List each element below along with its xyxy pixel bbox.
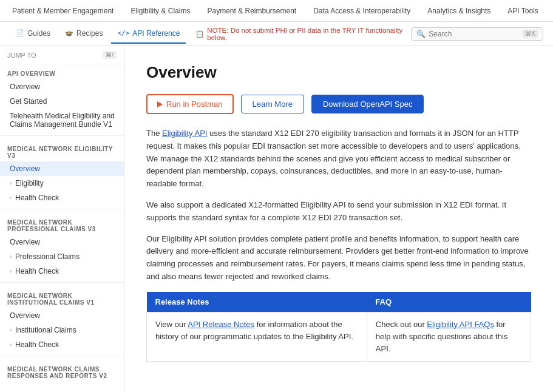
page-layout: JUMP TO ⌘/ API OVERVIEW Overview Get Sta…	[0, 46, 553, 392]
table-row: View our API Release Notes for informati…	[147, 312, 531, 361]
sidebar-item-professional-health-check[interactable]: › Health Check	[0, 264, 124, 279]
sidebar-item-telehealth[interactable]: Telehealth Medical Eligibility and Claim…	[0, 109, 124, 132]
paragraph-1: The Eligibility API uses the standard X1…	[146, 127, 531, 191]
sidebar-section-responses: MEDICAL NETWORK CLAIMS RESPONSES AND REP…	[0, 360, 124, 382]
sidebar-item-eligibility-overview[interactable]: Overview	[0, 161, 124, 176]
jump-to-bar: JUMP TO ⌘/	[0, 46, 124, 64]
sidebar-item-get-started[interactable]: Get Started	[0, 94, 124, 109]
chevron-icon: ›	[10, 195, 12, 201]
chevron-icon: ›	[10, 180, 12, 186]
chevron-icon: ›	[10, 327, 12, 333]
sidebar-section-api-overview: API OVERVIEW	[0, 64, 124, 79]
sidebar-item-institutional-health-check[interactable]: › Health Check	[0, 337, 124, 352]
top-nav-eligibility[interactable]: Eligibility & Claims	[128, 7, 192, 15]
table-header-release-notes: Release Notes	[147, 292, 367, 313]
search-icon: 🔍	[416, 30, 426, 38]
play-icon	[157, 101, 163, 107]
search-input[interactable]	[429, 30, 520, 38]
warning-icon: 📋	[195, 30, 204, 38]
sidebar: JUMP TO ⌘/ API OVERVIEW Overview Get Sta…	[0, 46, 124, 392]
top-nav-payment[interactable]: Payment & Reimbursement	[205, 7, 299, 15]
chevron-icon: ›	[10, 254, 12, 260]
learn-more-button[interactable]: Learn More	[241, 95, 304, 113]
sidebar-section-professional: MEDICAL NETWORK PROFESSIONAL CLAIMS V3	[0, 213, 124, 235]
paragraph-3: Our Eligibility API solution provides co…	[146, 233, 531, 283]
table-header-faq: FAQ	[367, 292, 531, 313]
action-buttons: Run in Postman Learn More Download OpenA…	[146, 94, 531, 114]
sidebar-item-professional-overview[interactable]: Overview	[0, 235, 124, 249]
sidebar-divider-3	[0, 282, 124, 283]
chevron-icon: ›	[10, 268, 12, 274]
nav-api-reference[interactable]: </> API Reference	[111, 24, 186, 44]
note-bar: 📋 NOTE: Do not submit PHI or PII data in…	[188, 27, 409, 41]
guides-icon: 📄	[16, 29, 24, 37]
sidebar-section-institutional: MEDICAL NETWORK INSTITUTIONAL CLAIMS V1	[0, 286, 124, 308]
eligibility-api-faqs-link[interactable]: Eligibility API FAQs	[427, 320, 494, 329]
search-box[interactable]: 🔍 ⌘K	[411, 27, 543, 41]
run-in-postman-button[interactable]: Run in Postman	[146, 94, 234, 114]
sidebar-section-eligibility: MEDICAL NETWORK ELIGIBILITY V3	[0, 140, 124, 161]
top-nav-analytics[interactable]: Analytics & Insights	[425, 7, 493, 15]
sidebar-divider-1	[0, 135, 124, 136]
sidebar-item-institutional-claims[interactable]: › Institutional Claims	[0, 323, 124, 337]
api-release-notes-link[interactable]: API Release Notes	[188, 320, 254, 329]
second-nav: 📄 Guides 🍲 Recipes </> API Reference 📋 N…	[0, 22, 553, 46]
paragraph-2: We also support a dedicated X12-formatte…	[146, 199, 531, 225]
main-content: Overview Run in Postman Learn More Downl…	[124, 46, 553, 392]
sidebar-divider-2	[0, 209, 124, 209]
sidebar-item-institutional-overview[interactable]: Overview	[0, 308, 124, 323]
nav-recipes[interactable]: 🍲 Recipes	[59, 24, 109, 44]
sidebar-divider-4	[0, 356, 124, 356]
sidebar-item-professional-claims[interactable]: › Professional Claims	[0, 249, 124, 264]
top-nav-data[interactable]: Data Access & Interoperability	[311, 7, 413, 15]
top-nav-tools[interactable]: API Tools	[505, 7, 540, 15]
top-nav: Patient & Member Engagement Eligibility …	[0, 0, 553, 22]
recipes-icon: 🍲	[65, 29, 73, 37]
table-cell-release-notes: View our API Release Notes for informati…	[147, 312, 367, 361]
sidebar-item-eligibility-health-check[interactable]: › Health Check	[0, 191, 124, 205]
table-cell-faq: Check out our Eligibility API FAQs for h…	[367, 312, 531, 361]
info-table: Release Notes FAQ View our API Release N…	[146, 292, 531, 362]
api-icon: </>	[117, 29, 129, 37]
jump-keyboard-shortcut: ⌘/	[103, 51, 117, 59]
page-title: Overview	[146, 63, 531, 82]
top-nav-patient[interactable]: Patient & Member Engagement	[10, 7, 116, 15]
sidebar-item-api-overview[interactable]: Overview	[0, 79, 124, 94]
search-keyboard-shortcut: ⌘K	[523, 30, 538, 38]
sidebar-item-eligibility[interactable]: › Eligibility	[0, 176, 124, 191]
download-openapi-button[interactable]: Download OpenAPI Spec	[311, 95, 424, 113]
chevron-icon: ›	[10, 342, 12, 348]
eligibility-api-link-1[interactable]: Eligibility API	[162, 129, 207, 138]
nav-guides[interactable]: 📄 Guides	[10, 24, 56, 44]
